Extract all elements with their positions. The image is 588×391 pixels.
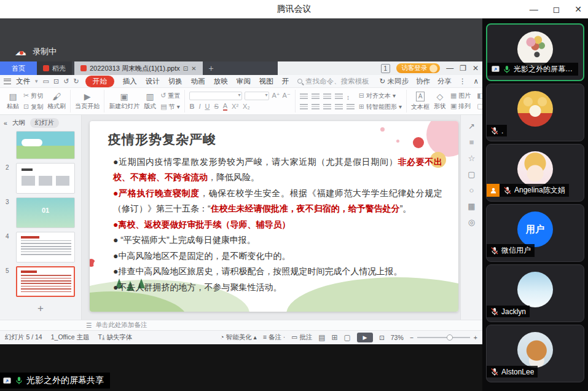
strikethrough-button[interactable]: S	[214, 103, 218, 110]
pin-tab-icon[interactable]: ⊡	[183, 65, 188, 72]
participant-tile[interactable]: Angelina陈文娟	[486, 144, 584, 202]
wps-restore-button[interactable]: ❐	[460, 64, 466, 73]
theme-name[interactable]: 1_Office 主题	[51, 333, 90, 342]
reset-button[interactable]: ↺重置	[160, 92, 180, 100]
tab-home[interactable]: 首页	[0, 61, 37, 75]
indent-decrease-icon[interactable]	[323, 93, 331, 99]
chart-icon[interactable]: ▦	[468, 202, 475, 210]
zoom-slider[interactable]	[417, 337, 470, 338]
copy-button[interactable]: ⊡复制	[23, 103, 43, 111]
participant-tile[interactable]: 用户微信用户	[486, 204, 584, 262]
menu-item-视图[interactable]: 视图	[259, 77, 273, 86]
italic-button[interactable]: I	[198, 103, 200, 110]
menu-item-放映[interactable]: 放映	[214, 77, 228, 86]
menu-item-设计[interactable]: 设计	[146, 77, 160, 86]
shapes-button[interactable]: ◇形状	[434, 92, 446, 111]
adjust-icon[interactable]: ≡	[469, 138, 474, 146]
play-from-current-button[interactable]: ▶当页开始	[75, 92, 100, 111]
font-color-button[interactable]: A	[223, 102, 227, 111]
command-search[interactable]: 查找命令、搜索模板	[297, 77, 369, 86]
font-shrink-icon[interactable]: A⁻	[283, 92, 291, 100]
slide-thumbnail-1[interactable]	[16, 131, 75, 159]
slideshow-button[interactable]: ▶	[357, 333, 373, 342]
close-tab-icon[interactable]: ✕	[191, 65, 196, 72]
participant-tile[interactable]: 光影之外的屏幕共享	[486, 23, 584, 81]
tab-docer[interactable]: 稻壳	[37, 61, 72, 75]
arrange-button[interactable]: ▣ 排列	[450, 102, 471, 111]
add-slide-button[interactable]: +	[0, 302, 81, 315]
fit-icon[interactable]: ⊡	[379, 334, 385, 341]
missing-font-warning[interactable]: T⤓ 缺失字体	[98, 333, 133, 342]
font-size-select[interactable]	[245, 92, 269, 100]
current-slide[interactable]: 疫情形势复杂严峻 ●近期国内疫情零星散发形势较为严峻，请大家近期（尤其是假日期间…	[90, 121, 458, 312]
menu-item-审阅[interactable]: 审阅	[237, 77, 251, 86]
font-family-select[interactable]	[189, 92, 242, 100]
slide-thumbnail-3[interactable]: 01	[16, 197, 75, 228]
quick-access-icons[interactable]: ▭ ⊡ ↺ ↻	[43, 77, 80, 85]
collaborate-button[interactable]: 协作	[416, 77, 430, 86]
bullet-list-icon[interactable]	[300, 93, 308, 99]
reading-view-icon[interactable]: ▢	[344, 333, 351, 342]
new-slide-button[interactable]: ▣新建幻灯片	[109, 92, 139, 111]
wps-close-button[interactable]: ✕	[472, 64, 479, 73]
menu-item-开[interactable]: 开	[282, 77, 289, 86]
layout-button[interactable]: ▥版式	[144, 92, 156, 111]
slide-thumbnail-2[interactable]	[16, 163, 75, 194]
participant-tile[interactable]: AlstonLee	[486, 325, 584, 382]
paste-button[interactable]: ▤粘贴	[7, 92, 19, 111]
zoom-level[interactable]: 73%	[391, 334, 404, 341]
format-painter-button[interactable]: 🖌︎格式刷	[47, 92, 66, 111]
align-center-icon[interactable]	[312, 104, 319, 109]
new-tab-button[interactable]: +	[203, 61, 220, 75]
underline-button[interactable]: U	[205, 103, 210, 110]
sorter-view-icon[interactable]: ⊞	[331, 333, 337, 342]
justify-icon[interactable]	[335, 104, 343, 109]
zoom-in-button[interactable]: +	[474, 334, 477, 341]
slide-thumbnail-5[interactable]	[16, 266, 75, 297]
menu-item-切换[interactable]: 切换	[168, 77, 182, 86]
text-box-button[interactable]: A文本框	[411, 92, 429, 111]
slide-thumbnail-4[interactable]	[16, 232, 75, 263]
section-button[interactable]: ▤节 ▾	[160, 103, 180, 111]
menu-item-插入[interactable]: 插入	[123, 77, 137, 86]
normal-view-icon[interactable]: ▤	[318, 333, 325, 342]
tab-outline[interactable]: 大纲	[12, 119, 25, 127]
target-icon[interactable]: ◎	[468, 218, 475, 226]
minimize-button[interactable]: —	[530, 5, 538, 14]
bold-button[interactable]: B	[189, 103, 194, 110]
superscript-button[interactable]: X²	[232, 103, 238, 110]
collapse-ribbon-icon[interactable]: ∧	[474, 77, 479, 85]
align-right-icon[interactable]	[323, 104, 331, 109]
indent-increase-icon[interactable]	[335, 93, 343, 99]
smart-graphic-button[interactable]: ⊞转智能图形 ▾	[359, 103, 402, 111]
zoom-slider-thumb[interactable]	[447, 334, 453, 341]
comments-toggle[interactable]: ▭ 批注	[291, 333, 312, 342]
share-button[interactable]: 分享	[437, 77, 452, 86]
window-count-badge[interactable]: 1	[381, 64, 391, 73]
cut-button[interactable]: ✂剪切	[23, 92, 43, 100]
participant-tile[interactable]: Jacklyn	[486, 264, 584, 322]
wps-minimize-button[interactable]: —	[446, 64, 453, 73]
tab-slides[interactable]: 幻灯片	[30, 118, 60, 128]
more-icon[interactable]: ⋮	[459, 77, 466, 85]
distribute-icon[interactable]	[347, 104, 355, 109]
picture-button[interactable]: ▦ 图片	[450, 92, 471, 100]
collapse-panel-icon[interactable]: «	[4, 119, 7, 127]
menu-file[interactable]: 文件	[16, 77, 30, 86]
subscript-button[interactable]: X₂	[243, 103, 250, 110]
clock-icon[interactable]: ○	[469, 186, 474, 194]
maximize-button[interactable]: ◻	[553, 5, 560, 14]
window-icon[interactable]: ▢	[468, 170, 475, 178]
menu-item-动画[interactable]: 动画	[191, 77, 205, 86]
menu-item-开始[interactable]: 开始	[85, 76, 114, 87]
close-button[interactable]: ✕	[574, 5, 582, 14]
guest-login-button[interactable]: 访客登录	[396, 63, 440, 73]
tab-document[interactable]: 20220313 周末晚点(1)(1).pptx ⊡ ✕	[74, 61, 203, 75]
zoom-out-button[interactable]: −	[410, 334, 414, 341]
font-grow-icon[interactable]: A⁺	[272, 92, 280, 100]
participant-tile[interactable]: .	[486, 84, 584, 141]
notes-toggle[interactable]: ≡ 备注 ·	[263, 333, 285, 342]
align-text-button[interactable]: ⊟对齐文本 ▾	[359, 92, 402, 100]
hamburger-icon[interactable]	[4, 79, 11, 84]
send-icon[interactable]: ↗	[468, 122, 475, 130]
